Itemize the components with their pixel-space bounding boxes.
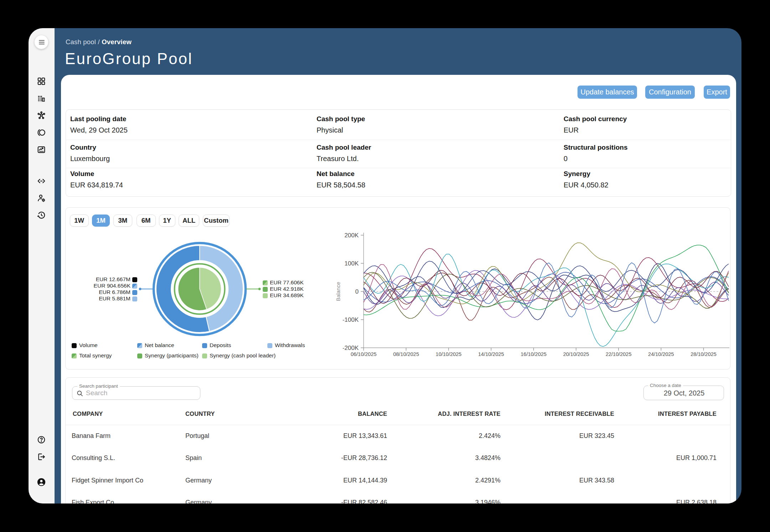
- svg-text:-100K: -100K: [343, 316, 359, 323]
- svg-text:0: 0: [355, 288, 359, 295]
- svg-text:-200K: -200K: [343, 345, 359, 351]
- svg-text:28/10/2025: 28/10/2025: [691, 351, 717, 357]
- svg-text:20/10/2025: 20/10/2025: [563, 351, 589, 357]
- svg-text:200K: 200K: [344, 232, 359, 239]
- svg-text:10/10/2025: 10/10/2025: [436, 351, 462, 357]
- svg-text:100K: 100K: [344, 260, 359, 267]
- svg-text:22/10/2025: 22/10/2025: [606, 351, 632, 357]
- svg-text:Balance: Balance: [335, 282, 341, 301]
- svg-text:08/10/2025: 08/10/2025: [393, 351, 419, 357]
- svg-text:24/10/2025: 24/10/2025: [648, 351, 674, 357]
- svg-text:16/10/2025: 16/10/2025: [521, 351, 547, 357]
- svg-text:14/10/2025: 14/10/2025: [478, 351, 504, 357]
- svg-text:06/10/2025: 06/10/2025: [351, 351, 377, 357]
